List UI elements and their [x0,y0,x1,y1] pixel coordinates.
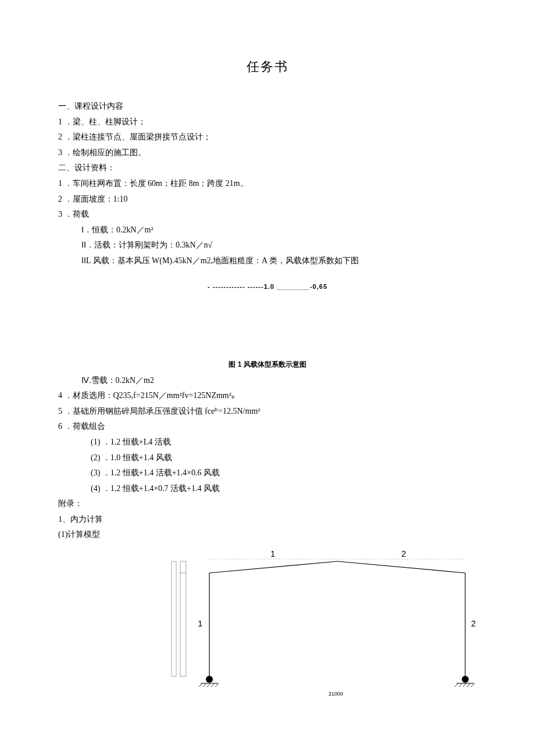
combo3: (3) ．1.2 恒载+1.4 活载+1.4×0.6 风载 [58,465,477,481]
svg-rect-21 [172,561,176,676]
combo2: (2) ．1.0 恒载+1.4 风载 [58,450,477,466]
svg-line-14 [455,683,458,687]
appendix-heading: 附录： [58,496,477,512]
s1-item1: 1 ．梁、柱、柱脚设计； [58,114,477,130]
combo1: (1) ．1.2 恒载+L4 活载 [58,435,477,450]
s2-item4: 4 ．材质选用：Q235,f=215N／mm²fv=125NZmm²ₑ [58,388,477,404]
column-label-1: 1 [198,618,202,628]
s1-item3: 3 ．绘制相应的施工图。 [58,145,477,161]
span-dimension: 21000 [329,691,343,697]
column-label-2: 2 [471,618,476,628]
load-live: ⅠⅠ．活载：计算刚架时为：0.3kN／n√ [58,238,477,253]
svg-line-1 [209,561,337,573]
s2-item1: 1 ．车间柱网布置：长度 60m；柱距 8m；跨度 21m。 [58,176,477,192]
wind-coeff-values: - ------------ ------1.0 ________-0,65 [58,283,477,290]
load-dead: Ⅰ．恒载：0.2kN／m² [58,223,477,238]
combo4: (4) ．1.2 恒载+1.4×0.7 活载+1.4 风载 [58,481,477,497]
svg-line-15 [459,683,462,687]
appendix-item1: 1、内力计算 [58,512,477,528]
svg-line-9 [207,683,211,687]
section1-heading: 一、课程设计内容 [58,99,477,114]
section2-heading: 二、设计资料： [58,160,477,176]
load-wind: ⅠⅠL 风载：基本风压 W(M).45kN／m2,地面粗糙度：A 类，风载体型系… [58,253,477,269]
svg-line-2 [337,561,465,573]
s1-item2: 2 ．梁柱连接节点、屋面梁拼接节点设计； [58,130,477,145]
s2-item6: 6 ．荷载组合 [58,419,477,435]
svg-line-8 [203,683,206,687]
beam-label-1: 1 [270,549,275,558]
svg-point-12 [462,676,469,683]
load-snow: Ⅳ.雪载：0.2kN／m2 [58,373,477,389]
svg-line-16 [463,683,466,687]
svg-rect-19 [180,561,186,676]
doc-title: 任务书 [58,58,477,76]
s2-item5: 5 ．基础所用钢筋碎局部承压强度设计值 fceᵇ=12.5N/mm² [58,404,477,420]
svg-line-18 [471,683,475,687]
frame-diagram: 1 2 1 2 21000 [128,549,535,700]
appendix-sub1: (1)计算模型 [58,527,477,543]
s2-item2: 2 ．屋面坡度：1:10 [58,192,477,207]
wind-figure-caption: 图 1 风载体型系数示意图 [58,360,477,370]
beam-label-2: 2 [401,549,406,558]
s2-item3: 3 ．荷载 [58,207,477,223]
svg-line-11 [215,683,219,687]
svg-line-7 [199,683,202,687]
svg-line-10 [211,683,215,687]
svg-line-17 [467,683,470,687]
svg-point-5 [206,676,213,683]
